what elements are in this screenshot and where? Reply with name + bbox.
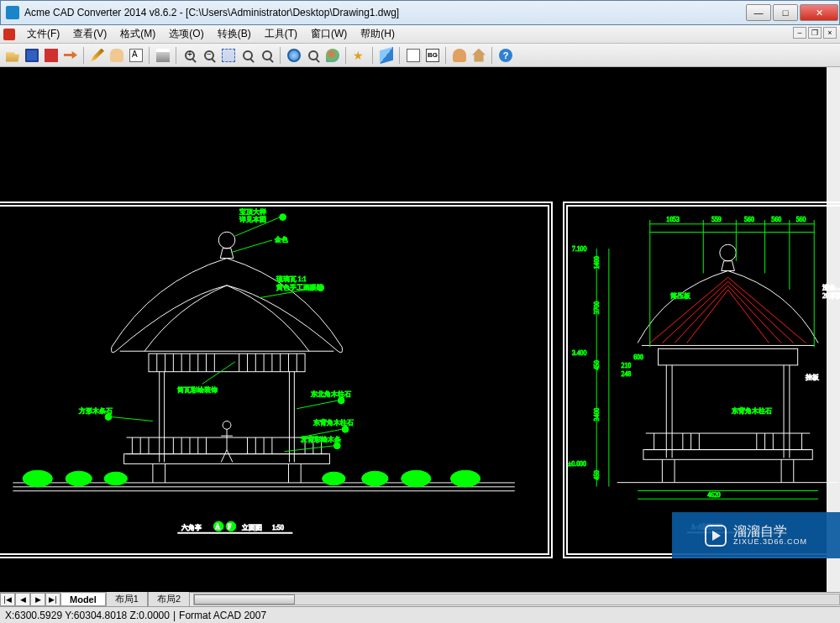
- tab-layout2[interactable]: 布局2: [148, 592, 190, 607]
- label: 东北角木柱石: [311, 390, 351, 398]
- favorite-button[interactable]: ★: [350, 46, 369, 65]
- tab-nav-prev[interactable]: ◀: [15, 593, 30, 606]
- status-coords: X:6300.5929 Y:60304.8018 Z:0.0000: [5, 610, 170, 621]
- layout-tabs: |◀ ◀ ▶ ▶| Model 布局1 布局2: [0, 592, 840, 607]
- section-drawing: 1053 559 560 560 560 7.100 1400 3700 3.4…: [568, 207, 840, 553]
- menu-format[interactable]: 格式(M): [113, 25, 162, 43]
- svg-line-76: [662, 281, 727, 343]
- window-title: Acme CAD Converter 2014 v8.6.2 - [C:\Use…: [24, 7, 745, 18]
- mdi-minimize[interactable]: –: [793, 27, 806, 39]
- zoom-window-icon: [222, 49, 235, 62]
- open-button[interactable]: [3, 46, 22, 65]
- svg-text:450: 450: [593, 360, 601, 370]
- help-button[interactable]: ?: [496, 46, 515, 65]
- svg-rect-1: [149, 353, 305, 372]
- svg-rect-124: [643, 450, 812, 460]
- svg-text:挂板: 挂板: [806, 374, 819, 382]
- svg-text:559: 559: [711, 216, 722, 223]
- find-button[interactable]: [304, 46, 323, 65]
- label: 方形木条石: [79, 407, 113, 415]
- tab-nav-next[interactable]: ▶: [30, 593, 45, 606]
- menu-tools[interactable]: 工具(T): [258, 25, 304, 43]
- pan-button[interactable]: [108, 46, 126, 65]
- status-sep: |: [173, 610, 176, 621]
- separator: [345, 47, 347, 64]
- star-icon: ★: [353, 49, 366, 62]
- menu-app-icon: [3, 29, 15, 40]
- home-icon: [472, 49, 486, 62]
- zoom-out-icon: [204, 50, 214, 60]
- svg-point-48: [23, 470, 52, 487]
- play-icon: [705, 525, 727, 547]
- svg-text:±0.000: ±0.000: [568, 460, 586, 468]
- zoom-extents-button[interactable]: [239, 46, 257, 65]
- separator: [280, 47, 281, 64]
- page-button[interactable]: [404, 46, 423, 65]
- layers-button[interactable]: [377, 46, 396, 65]
- menu-file[interactable]: 文件(F): [20, 25, 66, 43]
- home-button[interactable]: [470, 46, 488, 65]
- svg-text:7.100: 7.100: [572, 245, 587, 253]
- zoom-realtime-button[interactable]: [258, 46, 276, 65]
- globe-icon: [287, 49, 301, 62]
- svg-line-60: [202, 362, 235, 384]
- menu-help[interactable]: 帮助(H): [354, 25, 402, 43]
- svg-point-56: [280, 214, 286, 221]
- elevation-drawing: 宝顶大样 详见本图 金色 琉璃瓦 1:1 黄色手工画眼睛 筒瓦彩绘装饰 东北角木…: [0, 207, 548, 553]
- menu-window[interactable]: 窗口(W): [304, 25, 354, 43]
- background-button[interactable]: BG: [423, 46, 442, 65]
- zoom-window-button[interactable]: [219, 46, 238, 65]
- scroll-thumb[interactable]: [194, 594, 295, 605]
- maximize-button[interactable]: □: [773, 4, 798, 21]
- print-button[interactable]: [154, 46, 172, 65]
- status-format: Format ACAD 2007: [179, 610, 266, 621]
- svg-line-81: [728, 285, 782, 343]
- tab-layout1[interactable]: 布局1: [106, 592, 148, 607]
- svg-text:4620: 4620: [707, 491, 721, 499]
- close-button[interactable]: ✕: [800, 4, 838, 21]
- export-img-button[interactable]: [61, 46, 80, 65]
- svg-text:漆条...: 漆条...: [822, 284, 840, 291]
- menubar: 文件(F) 查看(V) 格式(M) 选项(O) 转换(B) 工具(T) 窗口(W…: [0, 25, 840, 44]
- menu-view[interactable]: 查看(V): [66, 25, 113, 43]
- menu-convert[interactable]: 转换(B): [211, 25, 258, 43]
- user-icon: [453, 49, 466, 62]
- export-pdf-button[interactable]: [42, 46, 60, 65]
- svg-text:筒压板: 筒压板: [670, 292, 690, 300]
- app-icon: [6, 6, 19, 19]
- text-button[interactable]: [127, 46, 145, 65]
- horizontal-scrollbar[interactable]: [193, 594, 840, 605]
- svg-point-0: [218, 232, 235, 249]
- svg-point-52: [362, 471, 388, 486]
- svg-text:F: F: [228, 523, 232, 531]
- svg-rect-39: [124, 454, 330, 464]
- svg-text:560: 560: [796, 216, 806, 223]
- separator: [372, 47, 374, 64]
- mdi-restore[interactable]: ❐: [808, 27, 822, 39]
- minimize-button[interactable]: —: [746, 4, 771, 21]
- svg-text:248: 248: [622, 370, 632, 378]
- drawing-canvas[interactable]: 宝顶大样 详见本图 金色 琉璃瓦 1:1 黄色手工画眼睛 筒瓦彩绘装饰 东北角木…: [0, 67, 840, 592]
- svg-text:1400: 1400: [593, 256, 601, 270]
- palette-icon: [326, 49, 339, 62]
- svg-text:20厚防水砂浆1:2水泥砂浆: 20厚防水砂浆1:2水泥砂浆: [822, 292, 840, 300]
- zoom-out-button[interactable]: [200, 46, 218, 65]
- svg-point-51: [323, 472, 345, 485]
- menu-options[interactable]: 选项(O): [162, 25, 210, 43]
- svg-text:3.400: 3.400: [572, 349, 587, 357]
- globe-button[interactable]: [285, 46, 303, 65]
- zoom-in-button[interactable]: [181, 46, 199, 65]
- palette-button[interactable]: [323, 46, 342, 65]
- tab-nav-first[interactable]: |◀: [0, 593, 15, 606]
- svg-line-61: [297, 400, 338, 409]
- edit-button[interactable]: [88, 46, 107, 65]
- mdi-close[interactable]: ×: [823, 27, 837, 39]
- tab-model[interactable]: Model: [60, 594, 106, 606]
- watermark: 溜溜自学 ZIXUE.3D66.COM: [672, 512, 840, 558]
- svg-text:560: 560: [771, 216, 781, 223]
- mdi-controls: – ❐ ×: [793, 27, 837, 39]
- user-button[interactable]: [450, 46, 469, 65]
- save-button[interactable]: [23, 46, 41, 65]
- tab-nav-last[interactable]: ▶|: [45, 593, 60, 606]
- svg-text:560: 560: [744, 216, 754, 223]
